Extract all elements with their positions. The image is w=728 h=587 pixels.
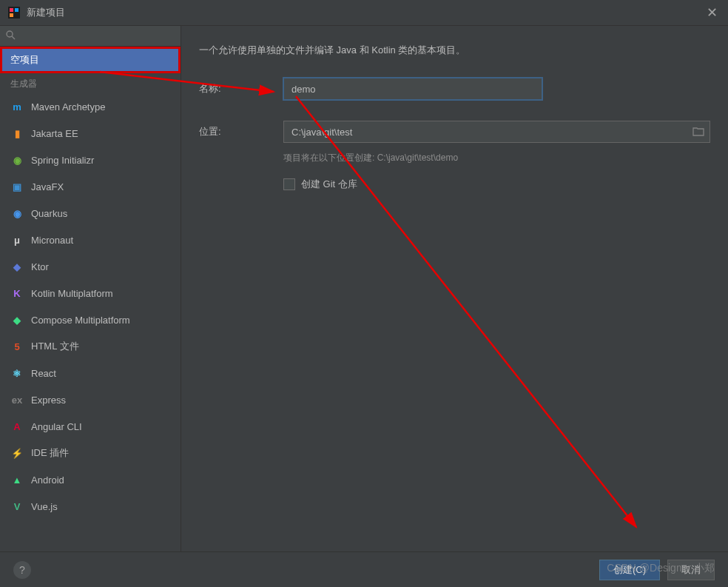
generator-icon: A	[10, 420, 24, 433]
sidebar-item-generator[interactable]: μMicronaut	[0, 227, 181, 253]
sidebar-item-label: Kotlin Multiplatform	[31, 288, 113, 299]
sidebar-item-empty-project[interactable]: 空项目	[0, 47, 181, 73]
location-input[interactable]	[283, 121, 710, 143]
generator-icon: ◉	[10, 153, 24, 167]
generator-icon: 5	[10, 340, 24, 353]
sidebar-item-label: Compose Multiplatform	[31, 315, 130, 326]
help-button[interactable]: ?	[13, 561, 31, 579]
svg-rect-3	[10, 13, 13, 17]
sidebar-item-label: Micronaut	[31, 235, 73, 246]
generator-icon: m	[10, 100, 24, 113]
sidebar-item-generator[interactable]: ▲Android	[0, 466, 181, 493]
close-icon[interactable]: ✕	[703, 4, 721, 21]
sidebar-item-generator[interactable]: ◆Compose Multiplatform	[0, 306, 181, 333]
sidebar-item-label: HTML 文件	[31, 340, 79, 353]
sidebar-item-generator[interactable]: 5HTML 文件	[0, 333, 181, 360]
generator-icon: ex	[10, 393, 24, 406]
window-title: 新建项目	[27, 6, 65, 19]
git-checkbox[interactable]	[283, 178, 295, 190]
sidebar-item-generator[interactable]: AAngular CLI	[0, 413, 181, 440]
location-label: 位置:	[199, 125, 283, 138]
create-button[interactable]: 创建(C)	[599, 560, 660, 580]
footer: ? 创建(C) 取消	[0, 551, 728, 587]
generator-icon: ◆	[10, 313, 24, 326]
search-icon	[6, 30, 16, 42]
generator-icon: ▲	[10, 473, 24, 486]
app-icon	[7, 6, 21, 19]
generator-icon: ▣	[10, 180, 24, 193]
generator-icon: V	[10, 500, 24, 513]
cancel-button[interactable]: 取消	[667, 560, 715, 580]
sidebar-item-generator[interactable]: ▣JavaFX	[0, 173, 181, 200]
sidebar-item-generator[interactable]: ◉Quarkus	[0, 200, 181, 227]
sidebar-item-label: Angular CLI	[31, 421, 82, 432]
generator-icon: ⚡	[10, 446, 24, 460]
sidebar-item-label: IDE 插件	[31, 446, 69, 460]
name-label: 名称:	[199, 82, 283, 95]
generator-icon: ◆	[10, 260, 24, 273]
sidebar-item-label: Android	[31, 474, 64, 486]
sidebar-item-label: Maven Archetype	[31, 101, 105, 113]
sidebar-item-generator[interactable]: ▮Jakarta EE	[0, 120, 181, 147]
generator-icon: μ	[10, 233, 24, 246]
title-bar: 新建项目 ✕	[0, 0, 728, 26]
sidebar-item-generator[interactable]: ◆Ktor	[0, 253, 181, 280]
sidebar-item-label: 空项目	[10, 53, 39, 67]
location-hint: 项目将在以下位置创建: C:\java\git\test\demo	[199, 152, 710, 164]
sidebar-item-label: Vue.js	[31, 501, 58, 512]
sidebar-item-generator[interactable]: VVue.js	[0, 493, 181, 520]
sidebar-generators-header: 生成器	[0, 73, 181, 93]
sidebar-item-generator[interactable]: exExpress	[0, 386, 181, 413]
generator-icon: ▮	[10, 127, 24, 140]
svg-rect-2	[15, 8, 18, 12]
generator-icon: ⚛	[10, 366, 24, 380]
sidebar-item-generator[interactable]: ◉Spring Initializr	[0, 147, 181, 173]
sidebar-item-label: Spring Initializr	[31, 155, 94, 166]
svg-line-5	[12, 36, 15, 39]
sidebar-item-label: Quarkus	[31, 208, 67, 219]
sidebar-item-label: Jakarta EE	[31, 128, 78, 139]
svg-rect-1	[10, 8, 13, 12]
sidebar: 空项目 生成器 mMaven Archetype▮Jakarta EE◉Spri…	[0, 26, 181, 551]
sidebar-item-label: Express	[31, 395, 66, 406]
search-input[interactable]	[0, 26, 181, 47]
browse-folder-icon[interactable]	[692, 126, 704, 138]
sidebar-item-label: React	[31, 368, 56, 379]
main-panel: 一个允许使用单独的文件并编译 Java 和 Kotlin 类的基本项目。 名称:…	[181, 26, 728, 551]
sidebar-item-generator[interactable]: KKotlin Multiplatform	[0, 280, 181, 306]
name-input[interactable]	[283, 78, 542, 100]
sidebar-item-generator[interactable]: ⚡IDE 插件	[0, 440, 181, 466]
sidebar-item-generator[interactable]: ⚛React	[0, 360, 181, 386]
svg-point-4	[7, 31, 13, 37]
sidebar-item-label: JavaFX	[31, 181, 64, 192]
generator-icon: K	[10, 286, 24, 300]
project-description: 一个允许使用单独的文件并编译 Java 和 Kotlin 类的基本项目。	[199, 44, 710, 57]
sidebar-item-generator[interactable]: mMaven Archetype	[0, 93, 181, 120]
generator-icon: ◉	[10, 207, 24, 220]
git-checkbox-label: 创建 Git 仓库	[301, 178, 357, 191]
sidebar-item-label: Ktor	[31, 261, 49, 272]
